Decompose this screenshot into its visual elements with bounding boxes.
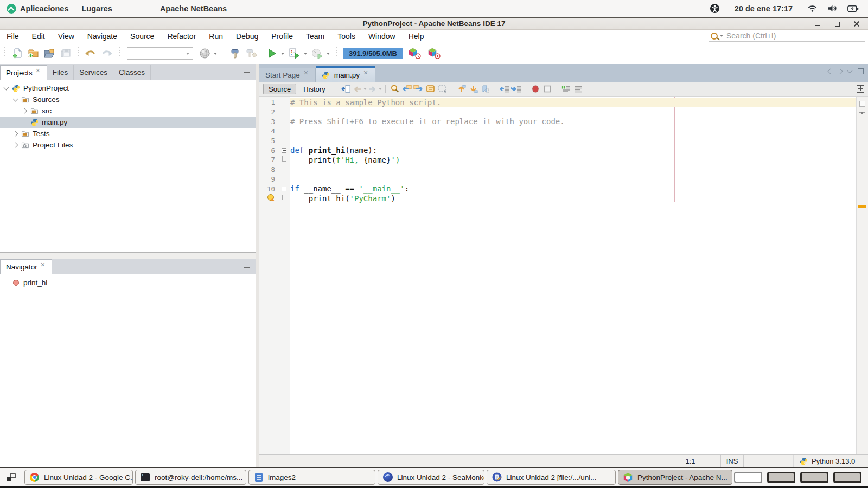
code-line[interactable]: 1# This is a sample Python script.: [259, 98, 856, 107]
next-occurrence-button[interactable]: [413, 84, 424, 94]
tree-item-src[interactable]: src: [0, 105, 256, 117]
fold-collapse-icon[interactable]: [282, 187, 286, 191]
line-number[interactable]: 9: [259, 175, 278, 183]
search-scope-caret-icon[interactable]: [720, 35, 723, 37]
taskbar-button-netbeans[interactable]: PythonProject - Apache N...: [618, 470, 732, 485]
profiler-stop-button[interactable]: [426, 46, 442, 61]
menu-source[interactable]: Source: [124, 30, 161, 43]
line-number[interactable]: 4: [259, 127, 278, 135]
start-macro-recording-button[interactable]: [542, 84, 553, 94]
tab-projects[interactable]: Projects: [0, 65, 47, 80]
shift-right-button[interactable]: [511, 84, 522, 94]
taskbar-button-terminal[interactable]: root@roky-dell:/home/ms...: [135, 470, 246, 485]
code-text[interactable]: [290, 136, 856, 146]
code-text[interactable]: # This is a sample Python script.: [290, 98, 856, 107]
active-app-menu[interactable]: Apache NetBeans: [154, 0, 233, 17]
minimize-panel-button[interactable]: [244, 68, 251, 74]
taskbar-button-files[interactable]: images2: [248, 470, 375, 485]
menu-navigate[interactable]: Navigate: [81, 30, 124, 43]
tree-item-sources[interactable]: Sources: [0, 94, 256, 105]
error-stripe-warning-mark[interactable]: [858, 205, 866, 208]
code-editor[interactable]: 1# This is a sample Python script.23# Pr…: [259, 97, 868, 455]
expander-icon[interactable]: [13, 131, 18, 137]
scroll-tabs-right-icon[interactable]: [838, 69, 843, 74]
tab-files[interactable]: Files: [47, 65, 74, 80]
tab-classes[interactable]: Classes: [113, 65, 151, 80]
split-editor-button[interactable]: [857, 85, 864, 93]
previous-bookmark-button[interactable]: [456, 84, 467, 94]
toolbar-grip[interactable]: [3, 47, 7, 60]
config-combobox[interactable]: [127, 47, 193, 60]
menu-tools[interactable]: Tools: [331, 30, 362, 43]
rectangular-selection-button[interactable]: [437, 84, 448, 94]
code-line[interactable]: print_hi('PyCharm'): [259, 194, 856, 203]
clock[interactable]: 20 de ene 17:17: [726, 4, 801, 13]
redo-button[interactable]: [99, 46, 114, 61]
insert-mode-indicator[interactable]: INS: [720, 455, 743, 467]
taskbar-button-composer[interactable]: Linux Unidad 2 [file:/.../uni...: [487, 470, 616, 485]
code-text[interactable]: # Press Shift+F6 to execute it or replac…: [290, 117, 856, 126]
code-text[interactable]: [290, 165, 856, 175]
clean-build-button[interactable]: [244, 46, 259, 61]
editor-tab-main-py[interactable]: main.py: [316, 66, 375, 82]
toolbar-grip[interactable]: [118, 47, 122, 60]
close-tab-icon[interactable]: [36, 70, 41, 75]
search-input[interactable]: [725, 31, 865, 41]
taskbar-button-chrome[interactable]: Linux Unidad 2 - Google C...: [24, 470, 133, 485]
menu-view[interactable]: View: [52, 30, 81, 43]
hint-icon[interactable]: [267, 194, 274, 201]
code-line[interactable]: 10if __name__ == '__main__':: [259, 184, 856, 194]
fold-column[interactable]: [278, 197, 290, 200]
tree-item-tests[interactable]: Tests: [0, 128, 256, 139]
menu-refactor[interactable]: Refactor: [161, 30, 202, 43]
code-line[interactable]: 4: [259, 126, 856, 136]
expander-icon[interactable]: [13, 96, 18, 101]
menu-debug[interactable]: Debug: [229, 30, 265, 43]
tab-navigator[interactable]: Navigator: [0, 259, 52, 274]
code-text[interactable]: print_hi('PyCharm'): [290, 194, 856, 203]
quick-search[interactable]: [709, 30, 865, 42]
uncomment-button[interactable]: [573, 84, 584, 94]
profiler-snapshot-button[interactable]: [407, 46, 422, 61]
run-project-button[interactable]: [264, 46, 279, 61]
new-file-button[interactable]: [9, 46, 24, 61]
code-line[interactable]: 8: [259, 165, 856, 175]
menu-profile[interactable]: Profile: [265, 30, 299, 43]
build-project-button[interactable]: [227, 46, 242, 61]
code-text[interactable]: [290, 175, 856, 184]
menu-team[interactable]: Team: [299, 30, 331, 43]
code-text[interactable]: print(f'Hi, {name}'): [290, 155, 856, 165]
menu-edit[interactable]: Edit: [25, 30, 52, 43]
globe-caret-icon[interactable]: [213, 53, 218, 55]
debug-project-button[interactable]: [287, 46, 302, 61]
line-number[interactable]: 1: [259, 98, 278, 106]
expander-icon[interactable]: [22, 108, 28, 114]
line-number[interactable]: [259, 194, 278, 202]
line-number[interactable]: 2: [259, 108, 278, 116]
toggle-highlight-button[interactable]: [425, 84, 436, 94]
new-project-button[interactable]: [25, 46, 41, 61]
fold-column[interactable]: [278, 148, 290, 153]
tab-services[interactable]: Services: [74, 65, 113, 80]
run-caret-icon[interactable]: [280, 53, 285, 55]
previous-occurrence-button[interactable]: [401, 84, 412, 94]
line-number[interactable]: 6: [259, 146, 278, 155]
close-button[interactable]: [853, 20, 860, 28]
taskbar-button-seamonkey[interactable]: Linux Unidad 2 - SeaMonkey: [378, 470, 484, 485]
fold-column[interactable]: [278, 158, 290, 162]
profile-project-button[interactable]: [310, 46, 325, 61]
open-project-button[interactable]: [42, 46, 57, 61]
menu-window[interactable]: Window: [362, 30, 402, 43]
expander-icon[interactable]: [13, 143, 18, 148]
fold-column[interactable]: [278, 187, 290, 191]
code-line[interactable]: 6def print_hi(name):: [259, 145, 856, 155]
menu-run[interactable]: Run: [202, 30, 229, 43]
error-stripe[interactable]: [856, 97, 868, 455]
debug-caret-icon[interactable]: [303, 53, 308, 55]
workspace-2[interactable]: [767, 472, 795, 483]
workspace-4[interactable]: [833, 472, 861, 483]
minimize-panel-button[interactable]: [244, 264, 251, 269]
code-line[interactable]: 3# Press Shift+F6 to execute it or repla…: [259, 117, 856, 126]
line-number[interactable]: 10: [259, 185, 278, 193]
show-desktop-button[interactable]: [2, 470, 21, 485]
